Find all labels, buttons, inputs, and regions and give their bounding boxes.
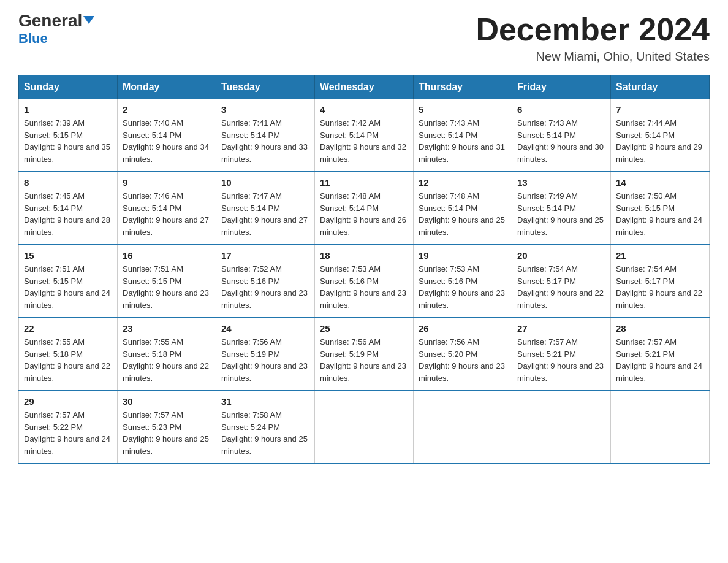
calendar-week-2: 8Sunrise: 7:45 AMSunset: 5:14 PMDaylight…	[19, 172, 710, 245]
day-info: Sunrise: 7:55 AMSunset: 5:18 PMDaylight:…	[24, 336, 112, 384]
day-info: Sunrise: 7:45 AMSunset: 5:14 PMDaylight:…	[24, 190, 112, 238]
weekday-header-sunday: Sunday	[19, 75, 118, 99]
calendar-cell: 28Sunrise: 7:57 AMSunset: 5:21 PMDayligh…	[611, 318, 710, 391]
calendar-cell: 10Sunrise: 7:47 AMSunset: 5:14 PMDayligh…	[216, 172, 315, 245]
day-info: Sunrise: 7:52 AMSunset: 5:16 PMDaylight:…	[221, 263, 309, 311]
day-info: Sunrise: 7:43 AMSunset: 5:14 PMDaylight:…	[517, 117, 605, 165]
weekday-header-tuesday: Tuesday	[216, 75, 315, 99]
day-info: Sunrise: 7:43 AMSunset: 5:14 PMDaylight:…	[419, 117, 507, 165]
day-info: Sunrise: 7:57 AMSunset: 5:22 PMDaylight:…	[24, 409, 112, 457]
day-info: Sunrise: 7:56 AMSunset: 5:19 PMDaylight:…	[221, 336, 309, 384]
calendar-cell: 14Sunrise: 7:50 AMSunset: 5:15 PMDayligh…	[611, 172, 710, 245]
day-info: Sunrise: 7:39 AMSunset: 5:15 PMDaylight:…	[24, 117, 112, 165]
calendar-cell	[611, 391, 710, 464]
day-number: 14	[616, 177, 704, 188]
day-info: Sunrise: 7:41 AMSunset: 5:14 PMDaylight:…	[221, 117, 309, 165]
weekday-header-saturday: Saturday	[611, 75, 710, 99]
day-number: 16	[123, 250, 211, 261]
calendar-header: SundayMondayTuesdayWednesdayThursdayFrid…	[19, 75, 710, 99]
logo-bottom: Blue	[18, 31, 48, 47]
calendar-cell	[414, 391, 512, 464]
day-info: Sunrise: 7:54 AMSunset: 5:17 PMDaylight:…	[616, 263, 704, 311]
day-info: Sunrise: 7:49 AMSunset: 5:14 PMDaylight:…	[517, 190, 605, 238]
day-info: Sunrise: 7:56 AMSunset: 5:19 PMDaylight:…	[320, 336, 408, 384]
weekday-header-friday: Friday	[512, 75, 611, 99]
day-info: Sunrise: 7:53 AMSunset: 5:16 PMDaylight:…	[419, 263, 507, 311]
day-number: 15	[24, 250, 112, 261]
day-number: 20	[517, 250, 605, 261]
calendar-cell: 8Sunrise: 7:45 AMSunset: 5:14 PMDaylight…	[19, 172, 118, 245]
page-header: General Blue December 2024 New Miami, Oh…	[18, 12, 710, 64]
day-number: 26	[419, 323, 507, 334]
day-info: Sunrise: 7:57 AMSunset: 5:23 PMDaylight:…	[123, 409, 211, 457]
day-number: 8	[24, 177, 112, 188]
day-info: Sunrise: 7:44 AMSunset: 5:14 PMDaylight:…	[616, 117, 704, 165]
calendar-cell: 27Sunrise: 7:57 AMSunset: 5:21 PMDayligh…	[512, 318, 611, 391]
logo: General Blue	[18, 12, 94, 47]
calendar-subtitle: New Miami, Ohio, United States	[476, 50, 710, 64]
day-number: 21	[616, 250, 704, 261]
day-number: 7	[616, 104, 704, 115]
calendar-cell: 31Sunrise: 7:58 AMSunset: 5:24 PMDayligh…	[216, 391, 315, 464]
day-info: Sunrise: 7:40 AMSunset: 5:14 PMDaylight:…	[123, 117, 211, 165]
calendar-week-3: 15Sunrise: 7:51 AMSunset: 5:15 PMDayligh…	[19, 245, 710, 318]
day-number: 23	[123, 323, 211, 334]
calendar-cell: 4Sunrise: 7:42 AMSunset: 5:14 PMDaylight…	[315, 99, 414, 172]
day-number: 31	[221, 396, 309, 407]
day-info: Sunrise: 7:42 AMSunset: 5:14 PMDaylight:…	[320, 117, 408, 165]
calendar-cell: 19Sunrise: 7:53 AMSunset: 5:16 PMDayligh…	[414, 245, 512, 318]
calendar-cell: 9Sunrise: 7:46 AMSunset: 5:14 PMDaylight…	[118, 172, 216, 245]
calendar-cell: 29Sunrise: 7:57 AMSunset: 5:22 PMDayligh…	[19, 391, 118, 464]
day-number: 5	[419, 104, 507, 115]
calendar-title: December 2024	[476, 12, 710, 47]
day-info: Sunrise: 7:50 AMSunset: 5:15 PMDaylight:…	[616, 190, 704, 238]
calendar-week-1: 1Sunrise: 7:39 AMSunset: 5:15 PMDaylight…	[19, 99, 710, 172]
day-number: 9	[123, 177, 211, 188]
day-number: 24	[221, 323, 309, 334]
day-number: 6	[517, 104, 605, 115]
title-area: December 2024 New Miami, Ohio, United St…	[476, 12, 710, 64]
calendar-cell	[512, 391, 611, 464]
day-info: Sunrise: 7:54 AMSunset: 5:17 PMDaylight:…	[517, 263, 605, 311]
weekday-header-wednesday: Wednesday	[315, 75, 414, 99]
calendar-cell: 5Sunrise: 7:43 AMSunset: 5:14 PMDaylight…	[414, 99, 512, 172]
calendar-cell: 24Sunrise: 7:56 AMSunset: 5:19 PMDayligh…	[216, 318, 315, 391]
day-info: Sunrise: 7:46 AMSunset: 5:14 PMDaylight:…	[123, 190, 211, 238]
day-info: Sunrise: 7:47 AMSunset: 5:14 PMDaylight:…	[221, 190, 309, 238]
calendar-cell: 13Sunrise: 7:49 AMSunset: 5:14 PMDayligh…	[512, 172, 611, 245]
calendar-cell: 15Sunrise: 7:51 AMSunset: 5:15 PMDayligh…	[19, 245, 118, 318]
weekday-header-thursday: Thursday	[414, 75, 512, 99]
day-info: Sunrise: 7:51 AMSunset: 5:15 PMDaylight:…	[123, 263, 211, 311]
calendar-cell: 12Sunrise: 7:48 AMSunset: 5:14 PMDayligh…	[414, 172, 512, 245]
calendar-cell: 7Sunrise: 7:44 AMSunset: 5:14 PMDaylight…	[611, 99, 710, 172]
day-number: 28	[616, 323, 704, 334]
calendar-cell: 17Sunrise: 7:52 AMSunset: 5:16 PMDayligh…	[216, 245, 315, 318]
calendar-cell: 30Sunrise: 7:57 AMSunset: 5:23 PMDayligh…	[118, 391, 216, 464]
day-number: 2	[123, 104, 211, 115]
day-number: 10	[221, 177, 309, 188]
day-info: Sunrise: 7:58 AMSunset: 5:24 PMDaylight:…	[221, 409, 309, 457]
day-number: 18	[320, 250, 408, 261]
day-number: 22	[24, 323, 112, 334]
day-number: 19	[419, 250, 507, 261]
day-info: Sunrise: 7:56 AMSunset: 5:20 PMDaylight:…	[419, 336, 507, 384]
day-number: 12	[419, 177, 507, 188]
calendar-table: SundayMondayTuesdayWednesdayThursdayFrid…	[18, 75, 710, 464]
day-info: Sunrise: 7:57 AMSunset: 5:21 PMDaylight:…	[517, 336, 605, 384]
day-number: 29	[24, 396, 112, 407]
day-number: 25	[320, 323, 408, 334]
calendar-cell	[315, 391, 414, 464]
day-number: 27	[517, 323, 605, 334]
weekday-header-row: SundayMondayTuesdayWednesdayThursdayFrid…	[19, 75, 710, 99]
day-info: Sunrise: 7:55 AMSunset: 5:18 PMDaylight:…	[123, 336, 211, 384]
calendar-cell: 23Sunrise: 7:55 AMSunset: 5:18 PMDayligh…	[118, 318, 216, 391]
calendar-week-5: 29Sunrise: 7:57 AMSunset: 5:22 PMDayligh…	[19, 391, 710, 464]
day-number: 30	[123, 396, 211, 407]
day-number: 1	[24, 104, 112, 115]
day-number: 17	[221, 250, 309, 261]
calendar-cell: 22Sunrise: 7:55 AMSunset: 5:18 PMDayligh…	[19, 318, 118, 391]
day-info: Sunrise: 7:48 AMSunset: 5:14 PMDaylight:…	[419, 190, 507, 238]
day-info: Sunrise: 7:57 AMSunset: 5:21 PMDaylight:…	[616, 336, 704, 384]
day-number: 13	[517, 177, 605, 188]
day-info: Sunrise: 7:53 AMSunset: 5:16 PMDaylight:…	[320, 263, 408, 311]
